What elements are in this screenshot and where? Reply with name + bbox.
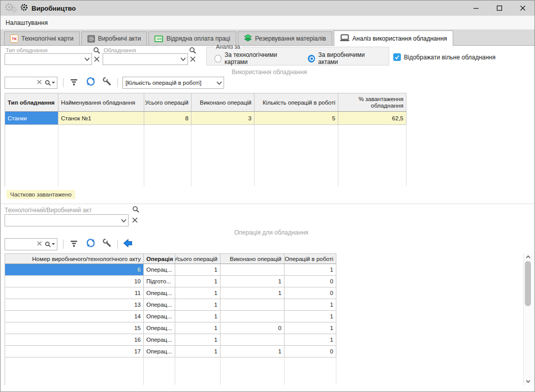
cell-in-progress[interactable]: 1: [285, 299, 336, 310]
cell-equipment-name[interactable]: Станок №1: [58, 112, 144, 124]
tab-piecework-pay[interactable]: 100 Відрядна оплата праці: [148, 31, 236, 45]
column-header[interactable]: % завантаження обладнання: [338, 93, 406, 111]
column-header[interactable]: Усього операцій: [175, 254, 221, 264]
cell-act-number[interactable]: 10: [5, 276, 144, 287]
cell-done[interactable]: 1: [221, 346, 285, 357]
refresh-icon[interactable]: [86, 238, 96, 248]
column-header[interactable]: Виконано операцій: [192, 93, 255, 111]
column-header[interactable]: Найменування обладнання: [58, 93, 144, 111]
close-button[interactable]: [511, 1, 534, 16]
column-header[interactable]: Кількість операцій в роботі: [255, 93, 338, 111]
cell-total[interactable]: 1: [175, 322, 221, 334]
tab-production-acts[interactable]: Виробничі акти: [81, 31, 147, 45]
equipment-select[interactable]: [103, 53, 188, 65]
table-row[interactable]: 10 Підгото... 1 1 0: [5, 276, 336, 287]
cell-operation[interactable]: Операц...: [144, 299, 175, 310]
cell-act-number[interactable]: 17: [5, 346, 144, 357]
cell-done[interactable]: 1: [221, 287, 285, 299]
clear-icon[interactable]: [132, 217, 138, 223]
filter-icon[interactable]: [70, 239, 78, 248]
cell-operation[interactable]: Операц...: [144, 346, 175, 357]
cell-operation[interactable]: Операц...: [144, 287, 175, 299]
tab-material-reservation[interactable]: Резервування матеріалів: [238, 31, 332, 45]
menu-item-settings[interactable]: Налаштування: [1, 19, 53, 26]
equipment-type-select[interactable]: [5, 53, 92, 65]
cell-done-operations[interactable]: 3: [192, 112, 255, 124]
cell-act-number[interactable]: 11: [5, 287, 144, 299]
cell-load-percent[interactable]: 62,5: [338, 112, 406, 124]
cell-total-operations[interactable]: 8: [144, 112, 192, 124]
wrench-icon[interactable]: [102, 77, 112, 86]
cell-operation[interactable]: Операц...: [144, 311, 175, 322]
column-header[interactable]: Номер виробничого/технологічного акту: [5, 254, 144, 264]
search-menu-icon[interactable]: [45, 80, 55, 86]
cell-act-number[interactable]: 15: [5, 322, 144, 334]
table-row[interactable]: 6 Операц... 1 1: [5, 264, 336, 276]
search-icon[interactable]: [93, 47, 101, 54]
column-header[interactable]: Усього операцій: [144, 93, 192, 111]
column-header[interactable]: Операцій в роботі: [285, 254, 336, 264]
cell-act-number[interactable]: 13: [5, 299, 144, 310]
cell-in-progress[interactable]: 0: [285, 287, 336, 299]
clear-icon[interactable]: [93, 56, 100, 62]
wrench-icon[interactable]: [102, 238, 112, 248]
cell-in-progress[interactable]: 1: [285, 334, 336, 345]
table-row[interactable]: 15 Операц... 1 0 1: [5, 322, 336, 334]
clear-icon[interactable]: [37, 241, 42, 248]
column-header[interactable]: Тип обладнання: [5, 93, 58, 111]
cell-operation[interactable]: Підгото...: [144, 276, 175, 287]
cell-total[interactable]: 1: [175, 276, 221, 287]
title-bar[interactable]: Виробництво: [1, 1, 534, 16]
cell-total[interactable]: 1: [175, 346, 221, 357]
column-filter-select[interactable]: [Кількість операцій в роботі]: [122, 77, 224, 89]
cell-in-progress[interactable]: 0: [285, 346, 336, 357]
cell-total[interactable]: 1: [175, 311, 221, 322]
cell-operation[interactable]: Операц...: [144, 334, 175, 345]
table-row[interactable]: 11 Операц... 1 1 0: [5, 287, 336, 299]
column-header[interactable]: Виконано операцій: [221, 254, 285, 264]
maximize-button[interactable]: [488, 1, 511, 16]
radio-by-tech-cards[interactable]: За технологічними картами: [214, 51, 296, 66]
cell-operation[interactable]: Операц...: [144, 264, 175, 275]
tab-tech-cards[interactable]: ТК Технологічні карти: [4, 31, 80, 45]
operations-search-input[interactable]: [5, 241, 37, 248]
cell-total[interactable]: 1: [175, 334, 221, 345]
cell-operation[interactable]: Операц...: [144, 322, 175, 334]
cell-in-progress[interactable]: 1: [285, 264, 336, 275]
cell-done[interactable]: [221, 264, 285, 275]
search-icon[interactable]: [132, 206, 140, 213]
clear-icon[interactable]: [190, 56, 196, 62]
refresh-icon[interactable]: [86, 77, 96, 86]
operations-search-box[interactable]: [5, 238, 57, 250]
clear-icon[interactable]: [37, 79, 42, 86]
cell-in-progress[interactable]: 1: [285, 311, 336, 322]
cell-in-progress[interactable]: 1: [285, 322, 336, 334]
show-free-equipment-checkbox[interactable]: Відображати вільне обладнання: [393, 53, 495, 61]
search-icon[interactable]: [189, 47, 197, 54]
cell-done[interactable]: [221, 334, 285, 345]
cell-equipment-type[interactable]: Станки: [5, 112, 58, 124]
cell-done[interactable]: [221, 299, 285, 310]
cell-in-progress-operations[interactable]: 5: [255, 112, 338, 124]
vertical-scrollbar[interactable]: [523, 253, 532, 385]
act-select[interactable]: [5, 214, 129, 226]
cell-act-number[interactable]: 14: [5, 311, 144, 322]
scroll-down-icon[interactable]: [524, 378, 532, 385]
scroll-up-icon[interactable]: [524, 253, 532, 260]
usage-search-box[interactable]: [5, 77, 57, 89]
filter-icon[interactable]: [70, 78, 78, 86]
table-row[interactable]: 16 Операц... 1 1: [5, 334, 336, 346]
minimize-button[interactable]: [464, 1, 488, 16]
tab-equipment-usage-analysis[interactable]: Аналіз використання обладнання: [334, 30, 453, 46]
table-row[interactable]: Станки Станок №1 8 3 5 62,5: [5, 112, 406, 125]
search-menu-icon[interactable]: [45, 241, 55, 248]
cell-done[interactable]: 1: [221, 276, 285, 287]
scrollbar-thumb[interactable]: [525, 261, 531, 306]
cell-in-progress[interactable]: 0: [285, 276, 336, 287]
cell-done[interactable]: [221, 311, 285, 322]
table-row[interactable]: 17 Операц... 1 1 0: [5, 346, 336, 357]
column-header[interactable]: Операція: [144, 254, 175, 264]
radio-by-production-acts[interactable]: За виробничими актами: [308, 51, 381, 66]
cell-act-number[interactable]: 6: [5, 264, 144, 275]
usage-search-input[interactable]: [5, 79, 37, 86]
